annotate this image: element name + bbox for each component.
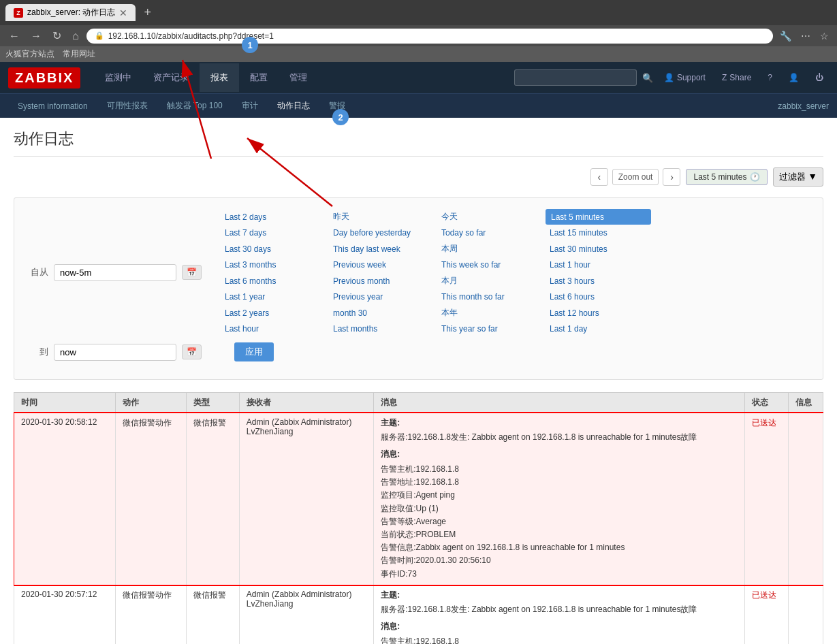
qt-last12hours[interactable]: Last 12 hours xyxy=(546,305,651,321)
support-button[interactable]: 👤 Support xyxy=(659,70,711,85)
nav-monitor[interactable]: 监测中 xyxy=(94,63,142,92)
qt-last30min[interactable]: Last 30 minutes xyxy=(546,241,651,257)
power-button[interactable]: ⏻ xyxy=(810,70,829,85)
subnav-trigger-top100[interactable]: 触发器 Top 100 xyxy=(157,95,232,117)
quick-times-grid: Last 2 days 昨天 今天 Last 5 minutes Last 7 … xyxy=(221,209,651,336)
cell-status: 已送达 xyxy=(745,585,789,644)
bookmark-firefox[interactable]: 火狐官方站点 xyxy=(5,48,54,60)
qt-last6months[interactable]: Last 6 months xyxy=(221,273,326,289)
qt-thisyear[interactable]: 本年 xyxy=(437,305,543,321)
qt-prevyear[interactable]: Previous year xyxy=(329,290,435,304)
clock-icon: 🕐 xyxy=(750,172,760,182)
url-input[interactable] xyxy=(108,31,765,41)
nav-assets[interactable]: 资产记录 xyxy=(142,63,200,92)
from-label: 自从 xyxy=(28,266,48,278)
qt-thisdaylastweek[interactable]: This day last week xyxy=(329,241,435,257)
msg-line-7: 告警时间:2020.01.30 20:56:10 xyxy=(381,554,738,567)
filter-button[interactable]: 过滤器 ▼ xyxy=(773,167,823,187)
qt-thisweeksofar[interactable]: This week so far xyxy=(437,258,543,272)
qt-thismonth[interactable]: 本月 xyxy=(437,273,543,289)
qt-month30[interactable]: month 30 xyxy=(329,305,435,321)
help-button[interactable]: ? xyxy=(762,70,778,85)
msg-line-0: 告警主机:192.168.1.8 xyxy=(381,463,738,476)
msg-line-3: 监控取值:Up (1) xyxy=(381,502,738,515)
to-input[interactable] xyxy=(54,344,176,361)
qt-prevweek[interactable]: Previous week xyxy=(329,258,435,272)
subnav-audit[interactable]: 审计 xyxy=(232,95,268,117)
receiver-sub: LvZhenJiang xyxy=(247,427,366,436)
menu-button[interactable]: ⋯ xyxy=(798,29,813,43)
msg-line-2: 监控项目:Agent ping xyxy=(381,489,738,502)
qt-yesterday[interactable]: 昨天 xyxy=(329,209,435,225)
table-scroll: 时间 动作 类型 接收者 消息 状态 信息 2020-01-30 20:58:1… xyxy=(14,385,823,644)
share-button[interactable]: Z Share xyxy=(716,70,757,85)
from-input[interactable] xyxy=(54,264,176,281)
subnav-availability[interactable]: 可用性报表 xyxy=(97,95,157,117)
tab-close-button[interactable]: ✕ xyxy=(119,7,127,18)
next-time-button[interactable]: › xyxy=(663,168,680,186)
status-link[interactable]: 已送达 xyxy=(752,418,776,428)
cell-message: 主题: 服务器:192.168.1.8发生: Zabbix agent on 1… xyxy=(374,585,745,644)
new-tab-button[interactable]: + xyxy=(140,5,155,20)
receiver-name: Admin (Zabbix Administrator) xyxy=(247,590,366,599)
browser-tab[interactable]: Z zabbix_server: 动作日志 ✕ xyxy=(5,4,136,21)
header-search-input[interactable] xyxy=(514,69,637,86)
qt-lastmonths[interactable]: Last months xyxy=(329,322,435,336)
qt-last1day[interactable]: Last 1 day xyxy=(546,322,651,336)
time-picker-container: 自从 📅 Last 2 days 昨天 今天 Last 5 minutes La… xyxy=(14,197,823,380)
qt-last2years[interactable]: Last 2 years xyxy=(221,305,326,321)
qt-last2days[interactable]: Last 2 days xyxy=(221,209,326,225)
qt-thismonthsofar[interactable]: This month so far xyxy=(437,290,543,304)
qt-thisyearsofar[interactable]: This year so far xyxy=(437,322,543,336)
qt-thisweek[interactable]: 本周 xyxy=(437,241,543,257)
from-row: 自从 📅 Last 2 days 昨天 今天 Last 5 minutes La… xyxy=(28,209,809,336)
qt-last6hours[interactable]: Last 6 hours xyxy=(546,290,651,304)
star-button[interactable]: ☆ xyxy=(817,29,832,43)
extensions-button[interactable]: 🔧 xyxy=(777,29,794,43)
time-range-button[interactable]: Last 5 minutes 🕐 xyxy=(686,169,767,185)
forward-button[interactable]: → xyxy=(27,29,45,44)
qt-last1hour[interactable]: Last 1 hour xyxy=(546,258,651,272)
server-name: zabbix_server xyxy=(778,101,829,111)
table-row: 2020-01-30 20:57:12 微信报警动作 微信报警 Admin (Z… xyxy=(14,585,823,644)
favicon: Z xyxy=(14,8,23,18)
cell-time: 2020-01-30 20:58:12 xyxy=(14,413,116,585)
reload-button[interactable]: ↻ xyxy=(49,28,65,44)
sub-nav: System information 可用性报表 触发器 Top 100 审计 … xyxy=(0,93,837,118)
nav-reports[interactable]: 报表 xyxy=(200,63,239,92)
nav-admin[interactable]: 管理 xyxy=(279,63,318,92)
qt-last7days[interactable]: Last 7 days xyxy=(221,226,326,240)
qt-last1year[interactable]: Last 1 year xyxy=(221,290,326,304)
receiver-name: Admin (Zabbix Administrator) xyxy=(247,417,366,427)
subnav-action-log[interactable]: 动作日志 xyxy=(268,95,319,117)
apply-button[interactable]: 应用 xyxy=(234,342,274,361)
qt-last15min[interactable]: Last 15 minutes xyxy=(546,226,651,240)
msg-body-lines: 告警主机:192.168.1.8 告警地址:192.168.1.8 监控项目:A… xyxy=(381,635,738,644)
subnav-system-info[interactable]: System information xyxy=(8,96,97,116)
qt-last3months[interactable]: Last 3 months xyxy=(221,258,326,272)
bookmarks-bar: 火狐官方站点 常用网址 xyxy=(0,46,837,62)
qt-last3hours[interactable]: Last 3 hours xyxy=(546,273,651,289)
back-button[interactable]: ← xyxy=(5,29,23,44)
qt-today[interactable]: 今天 xyxy=(437,209,543,225)
home-button[interactable]: ⌂ xyxy=(69,29,82,44)
qt-todaysofar[interactable]: Today so far xyxy=(437,226,543,240)
bookmark-common[interactable]: 常用网址 xyxy=(63,48,95,60)
search-icon[interactable]: 🔍 xyxy=(642,73,653,83)
zoom-out-button[interactable]: Zoom out xyxy=(612,169,659,185)
msg-body-label: 消息: xyxy=(381,621,738,632)
prev-time-button[interactable]: ‹ xyxy=(590,168,608,186)
qt-daybefore[interactable]: Day before yesterday xyxy=(329,226,435,240)
from-calendar-button[interactable]: 📅 xyxy=(182,265,202,280)
nav-config[interactable]: 配置 xyxy=(239,63,279,92)
page-content: 动作日志 ‹ Zoom out › Last 5 minutes 🕐 过滤器 ▼… xyxy=(0,118,837,644)
qt-last5min[interactable]: Last 5 minutes xyxy=(546,209,651,225)
user-button[interactable]: 👤 xyxy=(783,70,804,85)
qt-last30days[interactable]: Last 30 days xyxy=(221,241,326,257)
msg-line-1: 告警地址:192.168.1.8 xyxy=(381,476,738,489)
to-calendar-button[interactable]: 📅 xyxy=(182,344,202,359)
qt-prevmonth[interactable]: Previous month xyxy=(329,273,435,289)
address-bar[interactable]: 🔒 xyxy=(86,29,773,44)
qt-lasthour[interactable]: Last hour xyxy=(221,322,326,336)
status-link[interactable]: 已送达 xyxy=(752,590,776,600)
